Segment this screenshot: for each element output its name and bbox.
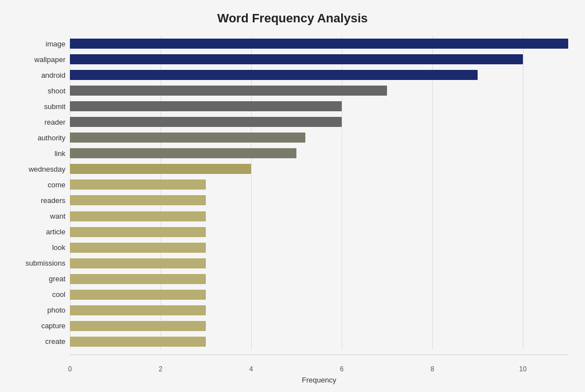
y-axis-label: android xyxy=(41,72,65,79)
y-labels: imagewallpaperandroidshootsubmitreaderau… xyxy=(17,36,70,350)
bar-row xyxy=(70,320,568,332)
bar xyxy=(70,148,296,158)
bar xyxy=(70,258,206,268)
x-tick-label: 0 xyxy=(68,365,72,373)
bar xyxy=(70,305,206,315)
bar-row xyxy=(70,147,568,159)
bar-row xyxy=(70,304,568,317)
y-axis-label: wallpaper xyxy=(34,56,65,63)
chart-title: Word Frequency Analysis xyxy=(17,11,568,26)
bar xyxy=(70,86,387,96)
bar-row xyxy=(70,289,568,301)
bar-row xyxy=(70,84,568,97)
y-axis-label: photo xyxy=(47,306,65,314)
y-axis-label: reader xyxy=(44,119,65,126)
chart-container: Word Frequency Analysis imagewallpaperan… xyxy=(0,0,585,392)
bar xyxy=(70,274,206,284)
y-axis-label: come xyxy=(48,181,65,188)
bar xyxy=(70,243,206,253)
y-axis-label: image xyxy=(46,40,65,48)
grid-line xyxy=(523,36,523,350)
bar xyxy=(70,54,523,64)
bar-row xyxy=(70,194,568,206)
bar-row xyxy=(70,116,568,128)
bar xyxy=(70,117,342,127)
x-tick-label: 10 xyxy=(519,365,526,373)
y-axis-label: create xyxy=(45,338,65,345)
bar xyxy=(70,70,478,80)
y-axis-label: look xyxy=(52,244,65,251)
x-tick-label: 2 xyxy=(159,365,163,373)
bar xyxy=(70,321,206,331)
bar-row xyxy=(70,273,568,285)
y-axis-label: capture xyxy=(41,322,65,329)
y-axis-label: authority xyxy=(37,134,65,141)
y-axis-label: submit xyxy=(44,103,65,110)
bars-and-grid: 0246810Frequency xyxy=(70,36,568,350)
bar-row xyxy=(70,178,568,191)
y-axis-label: submissions xyxy=(25,259,65,267)
grid-line xyxy=(70,36,70,350)
bar xyxy=(70,337,206,347)
bar xyxy=(70,290,206,300)
grid-line xyxy=(251,36,252,350)
bar xyxy=(70,101,342,111)
y-axis-label: cool xyxy=(52,291,65,298)
bar xyxy=(70,133,305,143)
bar xyxy=(70,227,206,237)
x-tick-label: 6 xyxy=(340,365,344,373)
bar xyxy=(70,164,251,174)
bar-row xyxy=(70,226,568,238)
bar xyxy=(70,195,206,205)
y-axis-label: want xyxy=(50,212,65,220)
bar-row xyxy=(70,336,568,348)
bar-row xyxy=(70,242,568,254)
bar-row xyxy=(70,210,568,223)
bar xyxy=(70,39,568,49)
y-axis-label: link xyxy=(54,150,65,157)
bar xyxy=(70,211,206,221)
x-axis-label: Frequency xyxy=(302,376,336,384)
x-tick-label: 4 xyxy=(249,365,253,373)
bar-row xyxy=(70,100,568,112)
x-tick-label: 8 xyxy=(431,365,435,373)
bar xyxy=(70,180,206,190)
y-axis-label: great xyxy=(49,275,65,282)
grid-line xyxy=(342,36,342,350)
bar-row xyxy=(70,131,568,144)
bar-row xyxy=(70,163,568,175)
y-axis-label: wednesday xyxy=(29,166,65,173)
y-axis-label: article xyxy=(46,228,65,235)
bar-row xyxy=(70,69,568,81)
grid-line xyxy=(432,36,433,350)
x-axis-line xyxy=(70,355,568,355)
y-axis-label: shoot xyxy=(48,87,65,95)
grid-line xyxy=(161,36,161,350)
bar-row xyxy=(70,37,568,50)
bar-row xyxy=(70,53,568,65)
y-axis-label: readers xyxy=(41,197,65,204)
chart-area: imagewallpaperandroidshootsubmitreaderau… xyxy=(17,36,568,350)
bar-row xyxy=(70,257,568,270)
